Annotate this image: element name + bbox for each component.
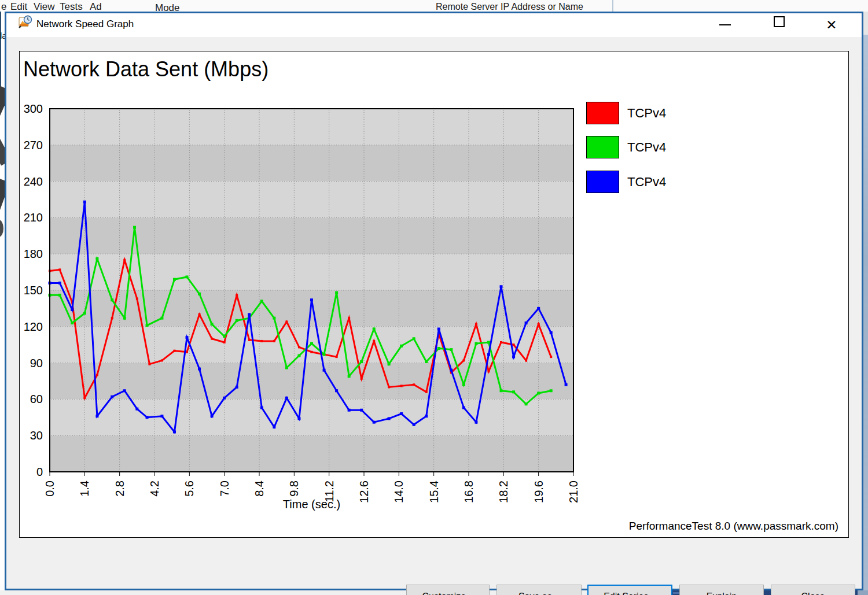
- chart-watermark: PerformanceTest 8.0 (www.passmark.com): [629, 520, 838, 533]
- data-point: [83, 312, 86, 315]
- data-point: [123, 389, 126, 392]
- background-menubar: e Edit View Tests Ad Mode Remote Server …: [0, 0, 868, 12]
- data-point: [71, 321, 73, 324]
- menu-item-tests[interactable]: Tests: [60, 1, 83, 12]
- network-speed-graph-dialog: Network Speed Graph ✕ 0.01.42.84.25.67.0…: [5, 12, 863, 590]
- legend-label: TCPv4: [627, 140, 666, 155]
- background-glyph-fragment: [0, 220, 3, 237]
- data-point: [111, 298, 113, 301]
- data-point: [537, 391, 540, 394]
- legend-swatch-green: [586, 136, 619, 158]
- plot-band: [50, 182, 573, 218]
- dialog-button-1[interactable]: Save as...: [496, 585, 582, 595]
- data-point: [400, 412, 403, 415]
- data-point: [58, 268, 61, 271]
- data-point: [500, 389, 503, 392]
- app-icon: [19, 15, 32, 29]
- dialog-titlebar[interactable]: Network Speed Graph ✕: [6, 13, 862, 37]
- data-point: [400, 345, 403, 348]
- x-tick-label: 2.8: [113, 481, 126, 497]
- x-tick-label: 8.4: [253, 481, 266, 497]
- data-point: [236, 386, 238, 389]
- data-point: [248, 313, 251, 316]
- x-tick-label: 14.0: [392, 481, 405, 503]
- data-point: [348, 375, 351, 378]
- data-point: [298, 346, 300, 348]
- data-point: [513, 343, 515, 346]
- data-point: [111, 317, 113, 319]
- x-tick-label: 5.6: [183, 481, 196, 497]
- x-tick-label: 15.4: [428, 481, 440, 503]
- data-point: [236, 319, 238, 322]
- background-right-strip-top: [863, 12, 868, 35]
- dialog-button-4[interactable]: Close: [771, 585, 855, 595]
- x-tick-label: 7.0: [218, 481, 231, 497]
- data-point: [388, 363, 391, 365]
- menu-item-view[interactable]: View: [34, 1, 55, 12]
- data-point: [273, 340, 275, 342]
- data-point: [211, 338, 213, 340]
- x-tick-label: 21.0: [567, 481, 580, 503]
- data-point: [525, 359, 527, 361]
- data-point: [462, 383, 465, 386]
- data-point: [83, 397, 86, 399]
- data-point: [211, 323, 214, 326]
- data-point: [450, 369, 453, 372]
- data-point: [462, 406, 465, 409]
- data-point: [550, 331, 553, 334]
- data-point: [413, 337, 415, 340]
- x-tick-label: 16.8: [462, 481, 475, 503]
- data-point: [198, 368, 201, 371]
- menu-item-advanced[interactable]: Ad: [90, 1, 102, 12]
- maximize-button[interactable]: [764, 13, 791, 37]
- data-point: [335, 291, 338, 294]
- mode-group-label: Mode: [155, 2, 180, 12]
- y-tick-label: 270: [24, 139, 43, 151]
- x-tick-label: 9.8: [288, 481, 300, 497]
- data-point: [425, 391, 428, 393]
- data-point: [58, 282, 61, 284]
- dialog-button-0[interactable]: Customize...: [406, 585, 490, 595]
- x-tick-label: 4.2: [148, 481, 161, 497]
- plot-band: [50, 109, 573, 145]
- background-divider: [612, 0, 613, 12]
- dialog-button-2[interactable]: Edit Series...: [587, 585, 672, 595]
- data-point: [413, 383, 415, 386]
- data-point: [360, 409, 363, 412]
- data-point: [260, 406, 263, 409]
- data-point: [83, 201, 86, 204]
- data-point: [186, 275, 189, 278]
- data-point: [360, 360, 363, 363]
- y-tick-label: 150: [24, 284, 43, 297]
- data-point: [111, 396, 113, 398]
- data-point: [198, 293, 201, 295]
- plot-band: [50, 217, 573, 254]
- data-point: [388, 386, 390, 388]
- menu-item-edit[interactable]: Edit: [10, 1, 27, 12]
- menu-item-file-fragment[interactable]: e: [1, 1, 6, 12]
- plot-band: [50, 435, 573, 472]
- background-left-strip: la: [0, 12, 5, 595]
- data-point: [136, 298, 138, 300]
- data-point: [95, 257, 98, 260]
- plot-band: [50, 399, 573, 435]
- data-point: [95, 415, 98, 417]
- data-point: [223, 397, 226, 400]
- minimize-icon: [719, 24, 731, 25]
- data-point: [413, 423, 415, 426]
- data-point: [223, 341, 226, 343]
- data-point: [285, 320, 288, 323]
- window-title: Network Speed Graph: [36, 19, 134, 30]
- data-point: [487, 341, 490, 344]
- data-point: [565, 383, 568, 386]
- data-point: [373, 327, 376, 330]
- minimize-button[interactable]: [710, 13, 737, 37]
- close-button[interactable]: ✕: [816, 13, 847, 37]
- data-point: [323, 353, 326, 356]
- dialog-button-3[interactable]: Explain: [679, 585, 764, 595]
- data-point: [260, 340, 263, 342]
- data-point: [348, 317, 350, 319]
- data-point: [285, 397, 288, 400]
- background-right-strip: [863, 35, 868, 595]
- data-point: [538, 323, 540, 326]
